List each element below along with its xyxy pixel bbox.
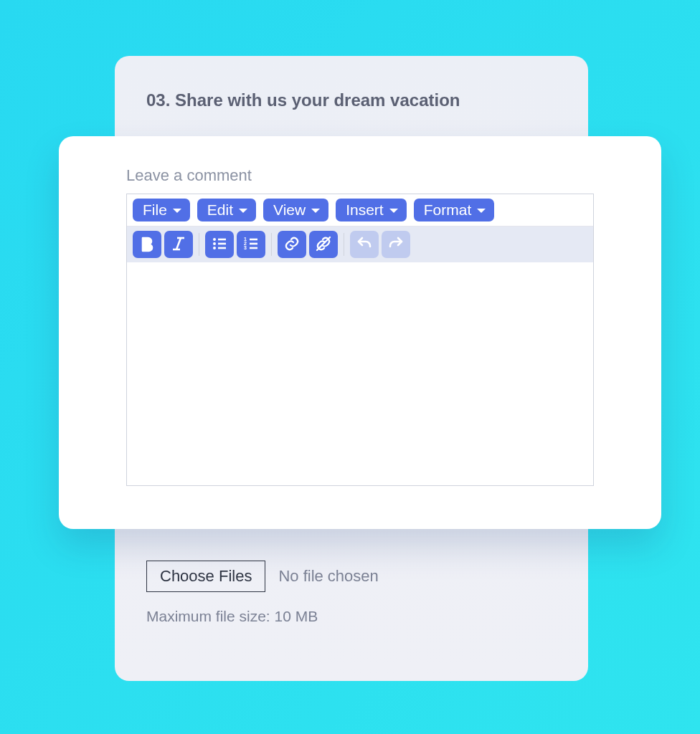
bold-icon	[138, 235, 156, 254]
file-status-text: No file chosen	[278, 567, 378, 586]
italic-icon	[170, 235, 187, 254]
redo-button[interactable]	[382, 231, 410, 258]
menu-edit[interactable]: Edit	[197, 199, 256, 221]
question-title: 03. Share with us your dream vacation	[146, 90, 557, 110]
svg-point-7	[213, 247, 216, 249]
bullet-list-icon	[211, 235, 228, 254]
menu-format-label: Format	[424, 201, 472, 219]
toolbar-separator	[199, 233, 199, 256]
editor-toolbar: 1 2 3	[127, 227, 593, 262]
chevron-down-icon	[477, 209, 486, 213]
rich-text-editor: File Edit View Insert Format	[126, 194, 594, 486]
toolbar-separator	[271, 233, 272, 256]
undo-button[interactable]	[350, 231, 379, 258]
chevron-down-icon	[311, 209, 320, 213]
numbered-list-button[interactable]: 1 2 3	[237, 231, 265, 258]
menu-view[interactable]: View	[263, 199, 328, 221]
italic-button[interactable]	[164, 231, 193, 258]
unlink-button[interactable]	[309, 231, 338, 258]
file-size-note: Maximum file size: 10 MB	[146, 608, 318, 625]
link-icon	[283, 235, 301, 254]
menu-file-label: File	[143, 201, 167, 219]
menu-insert[interactable]: Insert	[336, 199, 407, 221]
bold-button[interactable]	[133, 231, 161, 258]
numbered-list-icon: 1 2 3	[242, 235, 260, 254]
editor-panel: Leave a comment File Edit View Insert Fo…	[59, 136, 661, 529]
chevron-down-icon	[389, 209, 398, 213]
menu-format[interactable]: Format	[414, 199, 495, 221]
bullet-list-button[interactable]	[205, 231, 234, 258]
toolbar-separator	[344, 233, 344, 256]
file-upload-row: Choose Files No file chosen	[146, 561, 379, 592]
menu-file[interactable]: File	[133, 199, 190, 221]
menu-view-label: View	[273, 201, 306, 219]
unlink-icon	[315, 235, 332, 254]
svg-line-2	[176, 238, 181, 249]
chevron-down-icon	[173, 209, 181, 213]
undo-icon	[356, 235, 373, 254]
chevron-down-icon	[239, 209, 247, 213]
menu-edit-label: Edit	[207, 201, 233, 219]
redo-icon	[387, 235, 405, 254]
link-button[interactable]	[278, 231, 306, 258]
comment-label: Leave a comment	[126, 166, 594, 185]
svg-point-5	[213, 242, 216, 245]
editor-menubar: File Edit View Insert Format	[127, 194, 593, 227]
svg-text:3: 3	[244, 245, 247, 250]
editor-textarea[interactable]	[127, 262, 593, 485]
svg-point-3	[213, 238, 216, 241]
choose-files-button[interactable]: Choose Files	[146, 561, 265, 592]
menu-insert-label: Insert	[346, 201, 384, 219]
